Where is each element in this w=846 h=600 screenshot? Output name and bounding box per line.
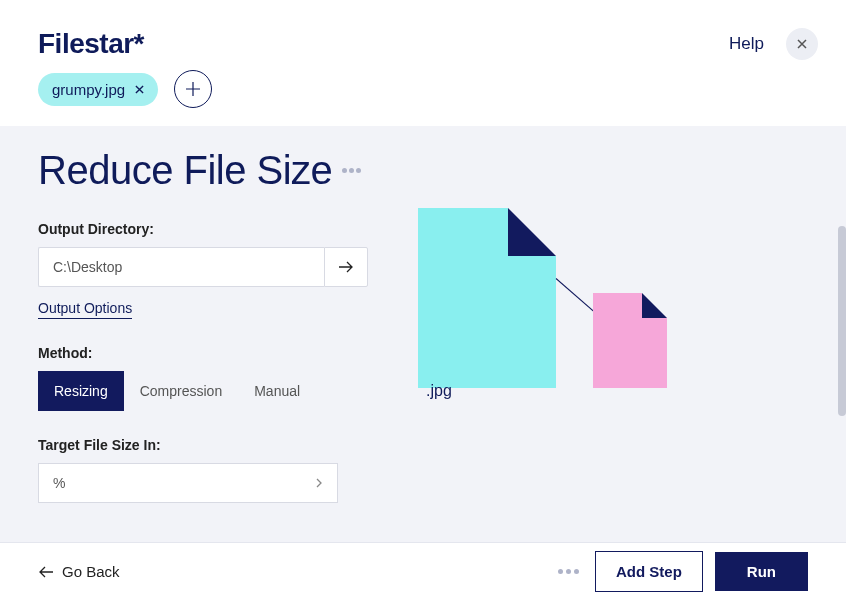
- close-button[interactable]: [786, 28, 818, 60]
- add-file-button[interactable]: [174, 70, 212, 108]
- run-button[interactable]: Run: [715, 552, 808, 591]
- file-chip[interactable]: grumpy.jpg: [38, 73, 158, 106]
- more-icon[interactable]: [342, 168, 361, 173]
- arrow-left-icon: [38, 565, 54, 579]
- app-logo: Filestar*: [38, 28, 144, 60]
- browse-directory-button[interactable]: [324, 247, 368, 287]
- method-label: Method:: [38, 345, 368, 361]
- output-options-link[interactable]: Output Options: [38, 300, 132, 319]
- arrow-right-icon: [338, 260, 354, 274]
- method-tabs: Resizing Compression Manual: [38, 371, 368, 411]
- remove-file-icon[interactable]: [135, 81, 144, 97]
- file-chip-label: grumpy.jpg: [52, 81, 125, 98]
- chevron-right-icon: [315, 477, 323, 489]
- scrollbar[interactable]: [838, 226, 846, 416]
- go-back-label: Go Back: [62, 563, 120, 580]
- go-back-button[interactable]: Go Back: [38, 563, 120, 580]
- tab-resizing[interactable]: Resizing: [38, 371, 124, 411]
- output-directory-input[interactable]: [38, 247, 324, 287]
- page-title: Reduce File Size: [38, 148, 332, 193]
- help-link[interactable]: Help: [729, 34, 764, 54]
- illustration: .jpg: [418, 208, 718, 408]
- target-size-label: Target File Size In:: [38, 437, 368, 453]
- target-size-value: %: [53, 475, 65, 491]
- add-step-button[interactable]: Add Step: [595, 551, 703, 592]
- file-ext-label: .jpg: [426, 382, 452, 400]
- plus-icon: [186, 82, 200, 96]
- tab-manual[interactable]: Manual: [238, 371, 316, 411]
- tab-compression[interactable]: Compression: [124, 371, 238, 411]
- output-directory-label: Output Directory:: [38, 221, 368, 237]
- target-size-select[interactable]: %: [38, 463, 338, 503]
- more-icon[interactable]: [558, 569, 579, 574]
- close-icon: [797, 39, 807, 49]
